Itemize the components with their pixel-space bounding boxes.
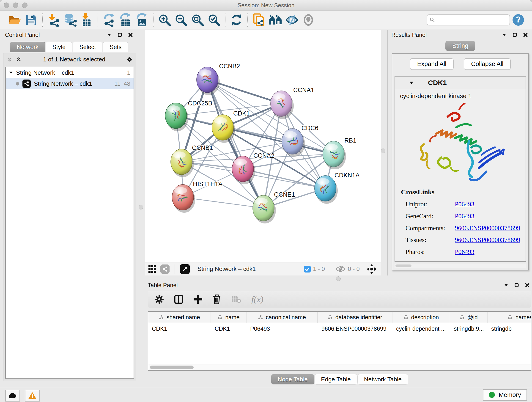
- table-horizontal-scrollbar[interactable]: [148, 364, 531, 370]
- zoom-in-button[interactable]: [158, 13, 171, 27]
- panel-float-icon[interactable]: [514, 283, 519, 288]
- column-header-description[interactable]: description: [393, 312, 450, 323]
- horizontal-splitter-handle[interactable]: [336, 276, 341, 281]
- network-options-gear-icon[interactable]: [127, 57, 132, 62]
- tab-string[interactable]: String: [445, 41, 475, 51]
- scrollbar-thumb[interactable]: [150, 366, 194, 369]
- collapse-all-button[interactable]: Collapse All: [464, 58, 511, 70]
- crosslink-link[interactable]: 9606.ENSP00000378699: [455, 224, 520, 232]
- help-button[interactable]: ?: [511, 13, 525, 27]
- tab-edge-table[interactable]: Edge Table: [314, 374, 357, 385]
- export-network-button[interactable]: [102, 13, 116, 27]
- table-cell[interactable]: stringdb: [488, 323, 531, 334]
- hide-panel-button[interactable]: [285, 13, 299, 27]
- network-edge[interactable]: [207, 80, 264, 208]
- column-header-name[interactable]: name: [211, 312, 247, 323]
- birds-eye-view-button[interactable]: [180, 264, 190, 274]
- cloud-status-button[interactable]: [5, 390, 20, 402]
- show-columns-icon[interactable]: [174, 294, 184, 304]
- tree-expand-icon[interactable]: [9, 71, 13, 74]
- table-settings-gear-icon[interactable]: [155, 295, 164, 304]
- table-cell[interactable]: stringdb:9...: [450, 323, 488, 334]
- crosslink-link[interactable]: P06493: [455, 201, 475, 208]
- view-share-button[interactable]: [160, 264, 170, 274]
- panel-float-icon[interactable]: [512, 32, 517, 37]
- expand-all-button[interactable]: Expand All: [410, 58, 454, 70]
- clone-network-button[interactable]: [252, 13, 266, 27]
- search-input[interactable]: [435, 17, 507, 23]
- expand-all-networks-icon[interactable]: [16, 57, 21, 62]
- results-panel-divider[interactable]: [387, 30, 388, 275]
- zoom-fit-button[interactable]: [191, 13, 204, 27]
- refresh-button[interactable]: [230, 13, 243, 27]
- column-header-database-identifier[interactable]: database identifier: [318, 312, 393, 323]
- show-panel-button[interactable]: [302, 13, 315, 27]
- tab-node-table[interactable]: Node Table: [271, 374, 314, 385]
- table-cell[interactable]: P06493: [247, 323, 318, 334]
- right-splitter-handle[interactable]: [381, 148, 385, 153]
- table-cell[interactable]: CDK1: [148, 323, 211, 334]
- node-table[interactable]: shared namenamecanonical namedatabase id…: [148, 311, 531, 371]
- pan-crosshair-button[interactable]: [367, 264, 377, 274]
- crosslink-link[interactable]: P06493: [455, 248, 475, 255]
- import-network-from-database-button[interactable]: [63, 13, 77, 27]
- export-image-button[interactable]: [135, 13, 149, 27]
- selected-checkbox-icon[interactable]: [304, 266, 311, 273]
- network-canvas[interactable]: CCNB2CCNA1CDC25BCDK1CDC6RB1CCNB1CCNA2CDK…: [145, 30, 381, 262]
- tab-sets[interactable]: Sets: [103, 42, 128, 52]
- string-homes-button[interactable]: [268, 13, 282, 27]
- save-session-button[interactable]: [24, 13, 38, 27]
- network-node-CDC25B[interactable]: [165, 103, 188, 131]
- left-splitter-handle[interactable]: [139, 205, 143, 210]
- protein-section-header[interactable]: CDK1: [395, 77, 526, 89]
- network-node-CDK1[interactable]: [212, 115, 235, 143]
- network-node-CCNA1[interactable]: [271, 91, 294, 119]
- panel-close-icon[interactable]: [525, 283, 530, 288]
- crosslink-link[interactable]: P06493: [455, 212, 475, 220]
- delete-column-trash-icon[interactable]: [212, 294, 221, 305]
- network-node-CCNE1[interactable]: [253, 195, 276, 223]
- panel-collapse-icon[interactable]: [107, 32, 112, 37]
- panel-close-icon[interactable]: [523, 32, 528, 37]
- panel-float-icon[interactable]: [117, 32, 122, 37]
- panel-close-icon[interactable]: [128, 32, 133, 37]
- panel-collapse-icon[interactable]: [504, 283, 509, 288]
- view-grid-button[interactable]: [148, 265, 157, 274]
- import-table-from-file-button[interactable]: [80, 13, 94, 27]
- collapse-all-networks-icon[interactable]: [7, 57, 12, 62]
- network-node-CDKN1A[interactable]: [315, 176, 338, 204]
- tab-network[interactable]: Network: [10, 42, 45, 52]
- tab-network-table[interactable]: Network Table: [357, 374, 408, 385]
- column-header-shared-name[interactable]: shared name: [148, 312, 211, 323]
- network-node-RB1[interactable]: [323, 141, 346, 169]
- add-column-plus-icon[interactable]: [194, 295, 202, 304]
- tab-style[interactable]: Style: [46, 42, 72, 52]
- column-header-canonical-name[interactable]: canonical name: [247, 312, 318, 323]
- zoom-out-button[interactable]: [174, 13, 188, 27]
- network-node-CDC6[interactable]: [282, 128, 305, 157]
- section-collapse-icon[interactable]: [409, 81, 414, 84]
- column-header-namespace[interactable]: namespace: [488, 312, 531, 323]
- zoom-selected-button[interactable]: [207, 13, 221, 27]
- table-cell[interactable]: cyclin-dependent ...: [393, 323, 450, 334]
- open-session-button[interactable]: [8, 13, 22, 27]
- results-scrollbar[interactable]: [394, 264, 526, 268]
- memory-button[interactable]: Memory: [483, 389, 527, 401]
- network-collection-row[interactable]: String Network – cdk1 1: [6, 67, 133, 78]
- import-network-from-file-button[interactable]: [47, 13, 60, 27]
- network-node-HIST1H1A[interactable]: [172, 185, 195, 213]
- table-cell[interactable]: CDK1: [211, 323, 247, 334]
- warning-status-button[interactable]: [25, 390, 40, 402]
- search-field[interactable]: [427, 14, 510, 26]
- table-cell[interactable]: 9606.ENSP00000378699: [318, 323, 393, 334]
- network-row-selected[interactable]: String Network – cdk1 11 48: [6, 78, 133, 89]
- network-node-CCNB2[interactable]: [196, 67, 220, 95]
- table-row[interactable]: CDK1CDK1P064939606.ENSP00000378699cyclin…: [148, 323, 531, 334]
- network-node-CCNA2[interactable]: [232, 156, 255, 184]
- network-edge[interactable]: [243, 169, 325, 188]
- crosslink-link[interactable]: 9606.ENSP00000378699: [455, 236, 520, 244]
- export-table-button[interactable]: [119, 13, 133, 27]
- hidden-eye-slash-icon[interactable]: [336, 265, 346, 273]
- tab-select[interactable]: Select: [73, 42, 102, 52]
- panel-collapse-icon[interactable]: [502, 32, 507, 37]
